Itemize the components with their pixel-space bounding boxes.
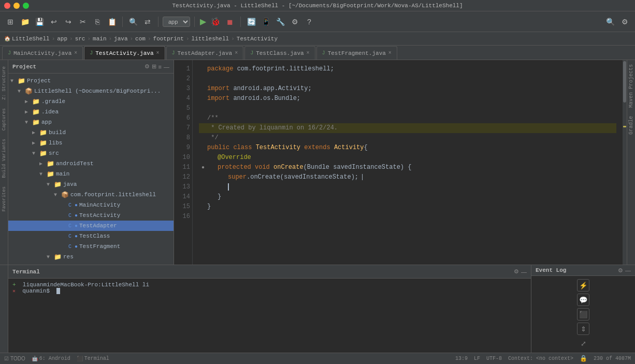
- cut-button[interactable]: ✂: [77, 16, 89, 28]
- tab-testadapter[interactable]: J TestAdapter.java ×: [166, 46, 244, 60]
- gradle-sync-button[interactable]: 🔄: [245, 16, 257, 28]
- breadcrumb-app[interactable]: app: [57, 36, 67, 42]
- encoding[interactable]: UTF-8: [486, 356, 502, 361]
- tree-package-folder[interactable]: ▼ 📦 com.footprint.littleshell: [8, 190, 174, 200]
- bottom-area: Terminal ⚙ — + liquanmindeMacBook-Pro:Li…: [0, 265, 635, 353]
- settings-button[interactable]: ⚙: [288, 16, 301, 28]
- debug-button[interactable]: 🐞: [209, 16, 222, 27]
- event-log-btn-3[interactable]: ⬛: [577, 308, 589, 321]
- avd-button[interactable]: 📱: [259, 16, 272, 28]
- tree-res-folder[interactable]: ▼ 📁 res: [8, 252, 174, 262]
- event-log-btn-2[interactable]: 💬: [577, 294, 589, 306]
- project-tree[interactable]: ▼ 📁 Project ▼ 📦 LittleShell (~Documents/…: [8, 74, 174, 265]
- build-variants-tab[interactable]: Build Variants: [1, 135, 8, 182]
- event-log-panel: Event Log ⚙ — ⚡ 💬 ⬛ ⇕ ⤢: [531, 265, 635, 353]
- tab-close-testadapter[interactable]: ×: [235, 50, 238, 56]
- cursor-position[interactable]: 13:9: [455, 356, 468, 361]
- toolbar-btn-1[interactable]: ⊞: [4, 16, 17, 28]
- sep-2: [158, 17, 158, 27]
- tree-androidtest-folder[interactable]: ▶ 📁 androidTest: [8, 158, 174, 169]
- sdk-button[interactable]: 🔧: [274, 16, 286, 28]
- tab-close-testfragment[interactable]: ×: [388, 50, 392, 56]
- favorites-tab[interactable]: Favorites: [1, 182, 8, 216]
- breadcrumb-main[interactable]: main: [93, 36, 106, 42]
- breadcrumb-testactivity[interactable]: TestActivity: [237, 36, 278, 42]
- minimize-button[interactable]: [13, 3, 20, 9]
- tree-testfragment-file[interactable]: C ● TestFragment: [8, 241, 174, 252]
- code-line-9: public class TestActivity extends Activi…: [199, 143, 616, 153]
- tree-testclass-file[interactable]: C ● TestClass: [8, 231, 174, 241]
- tree-src-folder[interactable]: ▼ 📁 src: [8, 148, 174, 158]
- tab-testclass[interactable]: J TestClass.java ×: [244, 46, 315, 60]
- event-log-minimize-btn[interactable]: —: [625, 267, 631, 273]
- line-ending[interactable]: LF: [474, 356, 480, 361]
- tree-project[interactable]: ▼ 📁 Project: [8, 76, 174, 86]
- event-log-settings-btn[interactable]: ⚙: [618, 267, 623, 274]
- tab-testfragment[interactable]: J TestFragment.java ×: [316, 46, 397, 60]
- maven-projects-tab[interactable]: Maven Projects: [627, 60, 635, 112]
- expand-btn[interactable]: ⊞: [152, 63, 156, 70]
- breadcrumb-littleshell[interactable]: 🏠 LittleShell: [4, 36, 50, 42]
- tab-mainactivity[interactable]: J MainActivity.java ×: [2, 46, 83, 60]
- window-controls[interactable]: [4, 3, 29, 9]
- todo-button[interactable]: ☑ TODO: [4, 356, 25, 361]
- tree-idea-folder[interactable]: ▶ 📁 .idea: [8, 107, 174, 117]
- tree-littleshell[interactable]: ▼ 📦 LittleShell (~Documents/BigFootpri..…: [8, 86, 174, 96]
- terminal-content[interactable]: + liquanmindeMacBook-Pro:LittleShell li …: [8, 279, 531, 353]
- toolbar-btn-2[interactable]: 📁: [19, 16, 31, 28]
- breadcrumb-littleshell2[interactable]: littleshell: [192, 36, 229, 42]
- help-button[interactable]: ?: [303, 16, 315, 28]
- event-log-btn-4[interactable]: ⇕: [577, 323, 589, 335]
- copy-button[interactable]: ⎘: [91, 16, 104, 28]
- tree-build-folder[interactable]: ▶ 📁 build: [8, 127, 174, 138]
- undo-button[interactable]: ↩: [48, 16, 60, 28]
- hide-btn[interactable]: —: [164, 63, 169, 70]
- breadcrumb-java[interactable]: java: [114, 36, 127, 42]
- run-button[interactable]: ▶: [199, 16, 207, 27]
- captures-tab[interactable]: Captures: [1, 104, 8, 135]
- breadcrumb-footprint[interactable]: footprint: [153, 36, 184, 42]
- event-log-expand-btn[interactable]: ⤢: [577, 337, 589, 350]
- terminal-minimize-btn[interactable]: —: [521, 269, 527, 275]
- breadcrumb-src[interactable]: src: [75, 36, 85, 42]
- terminal-status[interactable]: ⬛ Terminal: [77, 356, 109, 362]
- event-log-btn-1[interactable]: ⚡: [577, 279, 589, 292]
- tree-app-folder[interactable]: ▼ 📁 app: [8, 117, 174, 127]
- settings-right-button[interactable]: ⚙: [618, 16, 631, 28]
- tab-close-testclass[interactable]: ×: [307, 50, 310, 56]
- search-button[interactable]: 🔍: [127, 16, 139, 28]
- stop-button[interactable]: ◼: [224, 16, 236, 28]
- structure-tab[interactable]: Z: Structure: [1, 62, 8, 104]
- replace-button[interactable]: ⇄: [141, 16, 154, 28]
- redo-button[interactable]: ↪: [62, 16, 75, 28]
- tab-testactivity[interactable]: J TestActivity.java ×: [84, 46, 165, 60]
- gradle-tab[interactable]: Gradle: [627, 112, 635, 139]
- paste-button[interactable]: 📋: [106, 16, 118, 28]
- settings-btn[interactable]: ≡: [158, 63, 162, 70]
- tree-main-folder[interactable]: ▼ 📁 main: [8, 169, 174, 179]
- tree-mainactivity-file[interactable]: C ● MainActivity: [8, 200, 174, 210]
- close-button[interactable]: [4, 3, 10, 9]
- editor-scrollbar[interactable]: [623, 60, 627, 265]
- editor-content[interactable]: 1 2 3 4 5 6 7 8 9 10 11 12 13 14 15 16: [174, 60, 627, 265]
- sync-btn[interactable]: ⚙: [145, 63, 150, 70]
- tree-testadapter-file[interactable]: C ● TestAdapter: [8, 221, 174, 231]
- tab-close-testactivity[interactable]: ×: [156, 50, 159, 56]
- tree-libs-folder[interactable]: ▶ 📁 libs: [8, 138, 174, 148]
- module-selector[interactable]: app: [163, 17, 190, 27]
- android-status[interactable]: 🤖 6: Android: [32, 356, 70, 362]
- search-everywhere-button[interactable]: 🔍: [604, 16, 616, 28]
- status-right: 13:9 LF UTF-8 Context: <no context> 🔒 23…: [455, 355, 631, 362]
- tab-close-mainactivity[interactable]: ×: [74, 50, 77, 56]
- project-panel-header: Project ⚙ ⊞ ≡ —: [8, 60, 174, 74]
- tree-testactivity-file[interactable]: C ● TestActivity: [8, 210, 174, 221]
- event-log-buttons: ⚡ 💬 ⬛ ⇕ ⤢: [535, 279, 632, 350]
- toolbar-btn-3[interactable]: 💾: [33, 16, 46, 28]
- tree-gradle-folder[interactable]: ▶ 📁 .gradle: [8, 96, 174, 107]
- maximize-button[interactable]: [23, 3, 29, 9]
- code-editor[interactable]: package com.footprint.littleshell; impor…: [193, 60, 623, 265]
- terminal-settings-btn[interactable]: ⚙: [514, 268, 519, 275]
- tree-java-folder[interactable]: ▼ 📁 java: [8, 179, 174, 190]
- scrollbar-thumb[interactable]: [623, 61, 626, 103]
- breadcrumb-com[interactable]: com: [135, 36, 146, 42]
